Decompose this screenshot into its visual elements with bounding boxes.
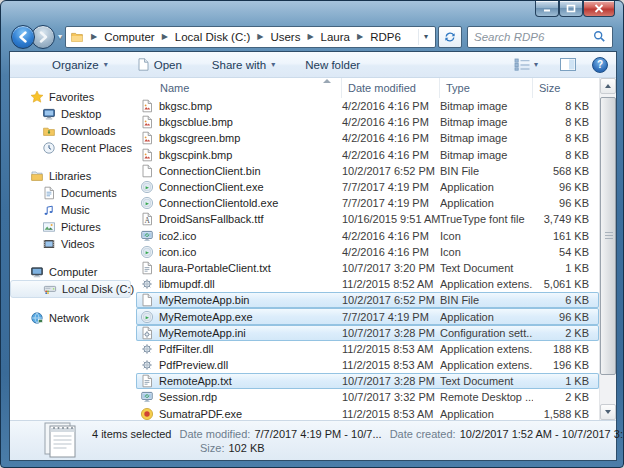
sidebar-item-videos[interactable]: Videos xyxy=(10,235,131,252)
maximize-button[interactable] xyxy=(559,1,583,17)
address-dropdown-icon[interactable]: ▾ xyxy=(418,29,433,45)
file-name: PdfPreview.dll xyxy=(159,359,228,371)
sidebar-item-desktop[interactable]: Desktop xyxy=(10,105,131,122)
pictures-icon xyxy=(42,220,56,234)
share-with-button[interactable]: Share with ▾ xyxy=(206,56,281,74)
file-date-modified: 7/7/2017 4:19 PM xyxy=(342,181,440,193)
file-name-cell: libmupdf.dll xyxy=(136,277,342,291)
breadcrumb-item[interactable]: Computer xyxy=(102,30,157,44)
minimize-button[interactable] xyxy=(535,1,559,17)
file-date-modified: 11/2/2015 8:52 AM xyxy=(342,278,440,290)
table-row[interactable]: ADroidSansFallback.ttf10/16/2015 9:51 AM… xyxy=(136,211,599,227)
change-view-button[interactable]: ▾ xyxy=(508,55,544,74)
table-row[interactable]: MyRemoteApp.ini10/7/2017 3:28 PMConfigur… xyxy=(136,325,599,341)
sidebar-section-libraries[interactable]: Libraries xyxy=(10,167,136,184)
sidebar-item-pictures[interactable]: Pictures xyxy=(10,218,131,235)
sidebar-item-local-disk-c-[interactable]: Local Disk (C:) xyxy=(10,280,131,298)
file-type: Application xyxy=(440,181,533,193)
file-size: 196 KB xyxy=(533,359,599,371)
breadcrumb-separator-icon: ▶ xyxy=(352,32,368,41)
table-row[interactable]: MyRemoteApp.bin10/2/2017 6:52 PMBIN File… xyxy=(136,292,599,308)
new-folder-label: New folder xyxy=(305,59,360,71)
help-button[interactable]: ? xyxy=(592,57,608,73)
file-type: Bitmap image xyxy=(440,100,533,112)
column-header-date-modified[interactable]: Date modified xyxy=(342,78,440,98)
file-type: BIN File xyxy=(440,165,533,177)
network-icon xyxy=(30,311,44,325)
breadcrumb-item[interactable]: Laura xyxy=(319,30,352,44)
preview-pane-button[interactable] xyxy=(554,55,582,74)
search-input[interactable]: Search RDP6 xyxy=(467,26,613,48)
organize-label: Organize xyxy=(52,59,99,71)
dll-icon xyxy=(140,342,154,356)
open-button[interactable]: Open xyxy=(132,55,188,74)
forward-arrow-icon xyxy=(37,31,49,43)
breadcrumb-box[interactable]: ▶Computer▶Local Disk (C:)▶Users▶Laura▶RD… xyxy=(65,26,436,48)
history-dropdown-icon[interactable]: ▾ xyxy=(58,32,62,41)
file-type: Text Document xyxy=(440,375,533,387)
file-name: bkgscblue.bmp xyxy=(159,116,233,128)
breadcrumb-item[interactable]: RDP6 xyxy=(368,30,403,44)
sidebar-item-downloads[interactable]: Downloads xyxy=(10,122,131,139)
scroll-down-button[interactable] xyxy=(600,404,616,420)
back-arrow-icon xyxy=(17,31,29,43)
table-row[interactable]: ico2.ico4/2/2016 4:16 PMIcon161 KB xyxy=(136,228,599,244)
table-row[interactable]: bkgscgreen.bmp4/2/2016 4:16 PMBitmap ima… xyxy=(136,130,599,146)
table-row[interactable]: icon.ico4/2/2016 4:16 PMIcon54 KB xyxy=(136,244,599,260)
table-row[interactable]: PdfPreview.dll11/2/2015 8:53 AMApplicati… xyxy=(136,357,599,373)
close-button[interactable] xyxy=(583,1,615,17)
scrollbar-thumb[interactable] xyxy=(600,97,616,375)
file-size: 2 KB xyxy=(533,327,599,339)
new-folder-button[interactable]: New folder xyxy=(299,56,366,74)
file-name: PdfFilter.dll xyxy=(159,343,213,355)
table-row[interactable]: PdfFilter.dll11/2/2015 8:53 AMApplicatio… xyxy=(136,341,599,357)
organize-button[interactable]: Organize ▾ xyxy=(46,56,114,74)
app-icon xyxy=(140,245,154,259)
table-row[interactable]: bkgsc.bmp4/2/2016 4:16 PMBitmap image8 K… xyxy=(136,98,599,114)
table-row[interactable]: laura-PortableClient.txt10/7/2017 3:20 P… xyxy=(136,260,599,276)
music-icon xyxy=(42,203,56,217)
vertical-scrollbar[interactable] xyxy=(599,78,616,420)
file-name-cell: bkgscblue.bmp xyxy=(136,115,342,129)
preview-pane-icon xyxy=(560,58,576,71)
file-name-cell: PdfPreview.dll xyxy=(136,358,342,372)
table-row[interactable]: RemoteApp.txt10/7/2017 3:28 PMText Docum… xyxy=(136,373,599,389)
table-row[interactable]: MyRemoteApp.exe7/7/2017 4:19 PMApplicati… xyxy=(136,308,599,324)
table-row[interactable]: ConnectionClient.bin10/2/2017 6:52 PMBIN… xyxy=(136,163,599,179)
file-size: 5,061 KB xyxy=(533,278,599,290)
txt-icon xyxy=(140,261,154,275)
breadcrumb-item[interactable]: Users xyxy=(268,30,302,44)
table-row[interactable]: Session.rdp10/7/2017 3:32 PMRemote Deskt… xyxy=(136,389,599,405)
sidebar-section-network[interactable]: Network xyxy=(10,309,136,326)
computer-icon xyxy=(30,265,44,279)
column-header-size[interactable]: Size xyxy=(533,78,599,98)
table-row[interactable]: ConnectionClientold.exe7/7/2017 4:19 PMA… xyxy=(136,195,599,211)
sidebar-section: FavoritesDesktopDownloadsRecent Places xyxy=(10,88,136,156)
sidebar-item-music[interactable]: Music xyxy=(10,201,131,218)
window-controls xyxy=(535,1,615,17)
file-date-modified: 10/2/2017 6:52 PM xyxy=(342,294,440,306)
bin-icon xyxy=(140,164,154,178)
scroll-up-button[interactable] xyxy=(600,78,616,94)
table-row[interactable]: libmupdf.dll11/2/2015 8:52 AMApplication… xyxy=(136,276,599,292)
back-button[interactable] xyxy=(11,25,35,49)
sidebar-item-documents[interactable]: Documents xyxy=(10,184,131,201)
table-row[interactable]: bkgscpink.bmp4/2/2016 4:16 PMBitmap imag… xyxy=(136,147,599,163)
file-name: bkgscgreen.bmp xyxy=(159,132,240,144)
sidebar-section-computer[interactable]: Computer xyxy=(10,263,136,280)
file-type: Bitmap image xyxy=(440,116,533,128)
file-name: MyRemoteApp.exe xyxy=(159,311,253,323)
breadcrumb-item[interactable]: Local Disk (C:) xyxy=(173,30,252,44)
sidebar-item-recent-places[interactable]: Recent Places xyxy=(10,139,131,156)
sidebar-section-label: Favorites xyxy=(49,91,94,103)
help-icon: ? xyxy=(597,59,603,70)
file-name-cell: RemoteApp.txt xyxy=(136,374,342,388)
table-row[interactable]: SumatraPDF.exe11/2/2015 8:53 AMApplicati… xyxy=(136,406,599,420)
column-header-name[interactable]: Name xyxy=(136,78,342,98)
toolbar-right-group: ▾ ? xyxy=(508,55,608,74)
table-row[interactable]: ConnectionClient.exe7/7/2017 4:19 PMAppl… xyxy=(136,179,599,195)
refresh-button[interactable] xyxy=(438,26,462,48)
sidebar-section-favorites[interactable]: Favorites xyxy=(10,88,136,105)
column-header-type[interactable]: Type xyxy=(440,78,533,98)
table-row[interactable]: bkgscblue.bmp4/2/2016 4:16 PMBitmap imag… xyxy=(136,114,599,130)
